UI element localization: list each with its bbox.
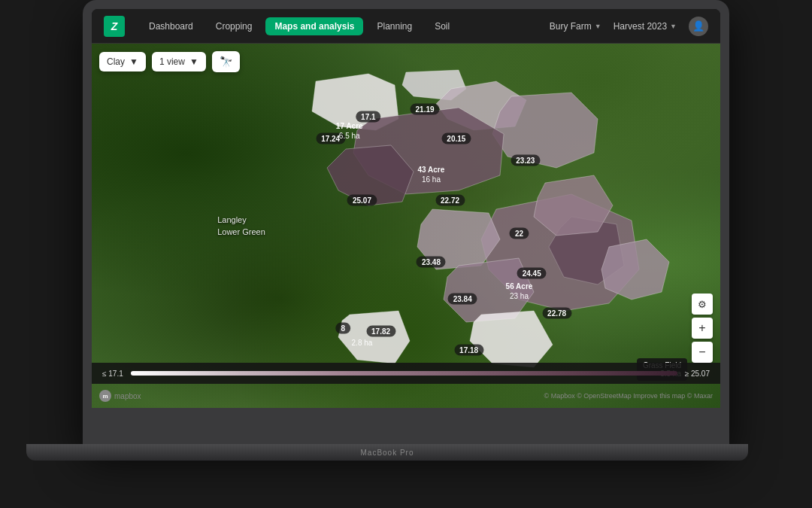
legend-gradient xyxy=(131,371,677,376)
nav-maps[interactable]: Maps and analysis xyxy=(265,17,363,35)
field-label-22-72: 22.72 xyxy=(435,195,465,206)
field-label-22: 22 xyxy=(510,227,529,239)
field-label-25-07: 25.07 xyxy=(347,195,377,206)
place-label-langley: LangleyLower Green xyxy=(217,214,265,238)
svg-marker-13 xyxy=(534,175,613,236)
field-info-43acre: 43 Acre16 ha xyxy=(418,165,445,184)
mapbox-logo: m mapbox xyxy=(99,390,141,402)
legend-max-label: ≥ 25.07 xyxy=(685,370,710,378)
field-info-17acre: 17 Acre6.5 ha xyxy=(336,121,363,141)
nav-planning[interactable]: Planning xyxy=(368,17,421,35)
legend-min-label: ≤ 17.1 xyxy=(102,370,123,378)
map-controls: ⚙ + − xyxy=(692,294,713,363)
field-label-23-23: 23.23 xyxy=(511,154,540,166)
attribution-text: © Mapbox © OpenStreetMap Improve this ma… xyxy=(544,392,713,400)
layer-dropdown[interactable]: Clay ▼ xyxy=(99,52,146,71)
field-label-17-82: 17.82 xyxy=(366,326,395,337)
view-dropdown[interactable]: 1 view ▼ xyxy=(152,52,206,71)
field-label-23-48: 23.48 xyxy=(417,257,446,268)
nav-soil[interactable]: Soil xyxy=(426,17,459,35)
zoom-out-button[interactable]: − xyxy=(692,342,713,363)
farm-selector[interactable]: Bury Farm ▼ xyxy=(550,21,601,32)
svg-marker-11 xyxy=(470,311,553,367)
farm-chevron-icon: ▼ xyxy=(595,23,601,30)
fields-overlay xyxy=(92,44,720,408)
field-label-21-19: 21.19 xyxy=(411,104,440,115)
harvest-selector[interactable]: Harvest 2023 ▼ xyxy=(614,21,677,32)
svg-marker-12 xyxy=(338,311,410,364)
map-container[interactable]: Clay ▼ 1 view ▼ 🔭 17.24 17.1 xyxy=(92,44,720,408)
field-label-20-15: 20.15 xyxy=(441,132,471,144)
nav-right: Bury Farm ▼ Harvest 2023 ▼ 👤 xyxy=(550,17,708,36)
nav-items: Dashboard Cropping Maps and analysis Pla… xyxy=(140,17,535,35)
user-profile-icon[interactable]: 👤 xyxy=(689,17,708,36)
harvest-chevron-icon: ▼ xyxy=(670,23,677,30)
map-toolbar: Clay ▼ 1 view ▼ 🔭 xyxy=(99,51,240,72)
nav-dashboard[interactable]: Dashboard xyxy=(140,17,202,35)
zoom-in-button[interactable]: + xyxy=(692,318,713,339)
field-label-24-45: 24.45 xyxy=(517,267,547,278)
field-label-22-78: 22.78 xyxy=(542,308,571,319)
app-container: Z Dashboard Cropping Maps and analysis P… xyxy=(92,9,720,408)
app-logo: Z xyxy=(104,16,125,37)
svg-marker-8 xyxy=(601,239,669,300)
map-attribution: m mapbox © Mapbox © OpenStreetMap Improv… xyxy=(92,390,720,402)
field-label-23-84: 23.84 xyxy=(448,293,477,304)
field-label-17-18: 17.18 xyxy=(454,344,483,355)
layer-chevron-icon: ▼ xyxy=(129,56,138,67)
laptop-frame: Z Dashboard Cropping Maps and analysis P… xyxy=(83,0,729,444)
navbar: Z Dashboard Cropping Maps and analysis P… xyxy=(92,9,720,44)
settings-button[interactable]: ⚙ xyxy=(692,294,713,315)
field-info-2-8ha: 2.8 ha xyxy=(352,337,373,347)
legend-bar: ≤ 17.1 ≥ 25.07 xyxy=(92,363,720,384)
laptop-base xyxy=(26,444,748,461)
mapbox-logo-icon: m xyxy=(99,390,111,402)
field-info-56acre: 56 Acre23 ha xyxy=(506,281,533,301)
field-label-8: 8 xyxy=(336,322,351,333)
nav-cropping[interactable]: Cropping xyxy=(207,17,262,35)
field-label-17-1: 17.1 xyxy=(356,111,380,122)
binoculars-button[interactable]: 🔭 xyxy=(212,51,240,72)
laptop-screen: Z Dashboard Cropping Maps and analysis P… xyxy=(92,9,720,408)
svg-marker-3 xyxy=(492,93,598,168)
view-chevron-icon: ▼ xyxy=(189,56,198,67)
